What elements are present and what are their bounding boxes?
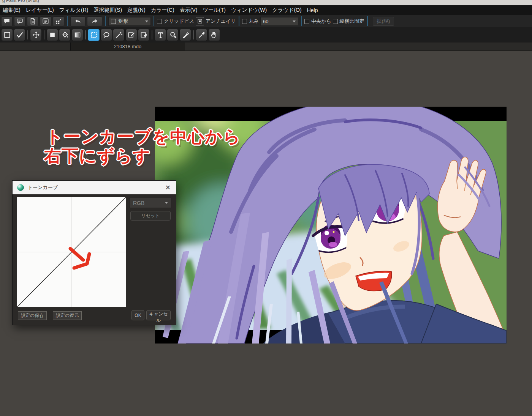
tool-select-rect[interactable] (88, 29, 100, 41)
expand-button-disabled[interactable]: 拡(現) (373, 17, 394, 26)
toolbar-separator (85, 30, 86, 39)
rectangle-shape-icon (111, 19, 116, 24)
roundness-option-label: 丸み (249, 18, 259, 25)
from-center-label: 中央から (311, 18, 331, 25)
tone-curve-graph (17, 197, 126, 307)
menu-tool[interactable]: ツール(T) (200, 7, 228, 14)
tool-text[interactable] (154, 29, 166, 41)
document-button[interactable] (27, 16, 38, 27)
chevron-down-icon (165, 202, 168, 204)
gradient-icon (74, 31, 81, 39)
toolbar-separator (44, 30, 44, 39)
redo-button[interactable] (87, 16, 102, 27)
panel-icon-buttons (1, 16, 64, 27)
tool-draw-select[interactable] (125, 29, 137, 41)
layer-list-icon (42, 18, 49, 25)
toolbar-separator (367, 16, 368, 26)
tool-gradient[interactable] (71, 29, 83, 41)
roundness-value: 60 (263, 19, 268, 24)
menu-color[interactable]: カラー(C) (148, 7, 177, 14)
pen-icon (182, 31, 189, 39)
tool-rect-frame[interactable] (1, 29, 13, 41)
from-center-checkbox[interactable] (304, 19, 309, 24)
move-icon (32, 31, 40, 39)
grid-snap-icon[interactable] (196, 17, 204, 25)
document-tab[interactable]: 210818 mdo (70, 43, 185, 50)
toolbar-separator (67, 16, 68, 26)
toolbar-separator (105, 16, 106, 26)
menu-ruler[interactable]: 定規(N) (125, 7, 148, 14)
magic-wand-icon (115, 31, 123, 39)
tool-eyedropper[interactable] (196, 29, 207, 41)
grid-checkbox[interactable] (157, 19, 162, 24)
tool-lasso[interactable] (100, 29, 112, 41)
menu-layer[interactable]: レイヤー(L) (23, 7, 57, 14)
menu-select[interactable]: 選択範囲(S) (91, 7, 125, 14)
ok-button[interactable]: OK (131, 310, 144, 320)
document-icon (29, 18, 36, 25)
dialog-close-button[interactable]: ✕ (165, 184, 171, 191)
tool-bucket[interactable] (59, 29, 71, 41)
channel-dropdown[interactable]: RGB (130, 198, 171, 208)
window-titlebar: g Paint Pro (64bit) (0, 0, 532, 5)
select-shape-dropdown[interactable]: 矩形 (108, 17, 151, 26)
tone-curve-editor[interactable] (17, 197, 126, 307)
reset-button[interactable]: リセット (130, 211, 171, 221)
chevron-down-icon (293, 20, 296, 22)
aspect-ratio-option: 縦横比固定 (333, 18, 364, 25)
antialias-label: アンチエイリ (206, 18, 236, 25)
rect-frame-icon (3, 31, 11, 39)
undo-button[interactable] (70, 16, 86, 27)
tool-hand[interactable] (208, 29, 220, 41)
annotation-line-2: 右下にずらす (44, 146, 241, 165)
dialog-titlebar[interactable]: トーンカーブ ✕ (13, 181, 176, 194)
tool-confirm[interactable] (14, 29, 25, 41)
restore-settings-button[interactable]: 設定の復元 (53, 311, 82, 320)
menu-view[interactable]: 表示(V) (177, 7, 200, 14)
tool-erase-select[interactable] (138, 29, 150, 41)
layer-list-button[interactable] (40, 16, 51, 27)
comment-panel-button[interactable] (14, 16, 25, 27)
grid-blocks-button[interactable] (53, 16, 64, 27)
check-icon (16, 31, 24, 39)
roundness-checkbox[interactable] (242, 19, 247, 24)
tool-move[interactable] (30, 29, 42, 41)
aspect-ratio-label: 縦横比固定 (340, 18, 364, 25)
redo-icon (91, 18, 98, 25)
toolbar-separator (152, 30, 152, 39)
annotation-line-1: トーンカーブを中心から (46, 127, 241, 146)
close-icon: ✕ (165, 184, 171, 191)
red-arrow-annotation (70, 249, 89, 268)
save-settings-button[interactable]: 設定の保存 (18, 311, 47, 320)
menu-window[interactable]: ウィンドウ(W) (228, 7, 269, 14)
grid-option: クリッドピス (157, 18, 194, 25)
chevron-down-icon (145, 20, 148, 22)
grid-blocks-icon (55, 18, 62, 25)
eyedropper-icon (198, 31, 206, 39)
menu-cloud[interactable]: クラウド(O) (269, 7, 304, 14)
document-tab-label: 210818 mdo (114, 44, 141, 49)
select-rect-icon (90, 31, 98, 39)
speech-bubble-button[interactable] (1, 16, 13, 27)
tone-curve-dialog: トーンカーブ ✕ RGB リセット 設定の保存 設定の復元 OK キャンセル (12, 180, 176, 325)
tool-select-add[interactable] (167, 29, 179, 41)
tool-pen[interactable] (179, 29, 191, 41)
channel-value: RGB (133, 200, 144, 206)
lasso-plus-icon (169, 31, 177, 39)
speech-bubble-icon (3, 18, 10, 25)
tutorial-annotation: トーンカーブを中心から 右下にずらす (46, 127, 241, 165)
roundness-value-dropdown[interactable]: 60 (260, 17, 298, 26)
tool-magic-wand[interactable] (113, 29, 125, 41)
menu-help[interactable]: Help (304, 7, 321, 13)
document-tabbar: 210818 mdo (0, 43, 532, 51)
dialog-title: トーンカーブ (28, 184, 58, 191)
tool-bar (0, 27, 532, 43)
menu-edit[interactable]: 編集(E) (0, 7, 23, 14)
aspect-ratio-checkbox[interactable] (333, 19, 338, 24)
cancel-button[interactable]: キャンセル (146, 310, 171, 320)
medibang-paint-window: { "window": { "title_partial": "g Paint … (0, 0, 532, 416)
medibang-logo-icon (17, 184, 24, 191)
text-icon (157, 31, 164, 39)
tool-fill-rect[interactable] (46, 29, 58, 41)
menu-filter[interactable]: フィルタ(R) (57, 7, 91, 14)
